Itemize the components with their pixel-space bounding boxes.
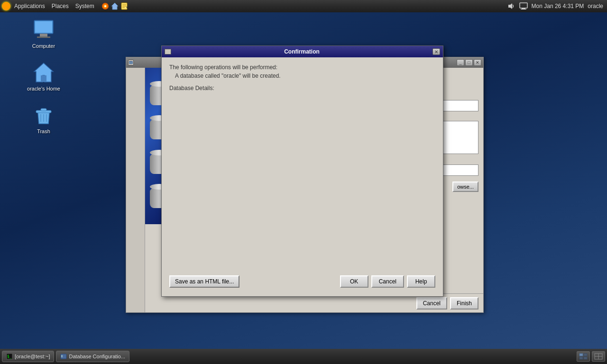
dialog-close-button[interactable]: ✕: [432, 48, 440, 55]
confirmation-dialog: Confirmation ✕ The following operations …: [161, 46, 443, 297]
svg-marker-9: [508, 3, 512, 9]
svg-rect-33: [584, 354, 587, 356]
home-icon[interactable]: [110, 2, 119, 10]
switch-btn-1[interactable]: [577, 351, 590, 362]
terminal-taskbar-btn[interactable]: $_ [oracle@test:~]: [2, 351, 54, 362]
bottom-taskbar: $_ [oracle@test:~] Database Configuratio…: [0, 349, 607, 364]
note-icon[interactable]: [120, 2, 129, 10]
svg-rect-32: [579, 354, 583, 356]
svg-rect-25: [129, 62, 130, 64]
svg-rect-18: [41, 75, 46, 82]
dialog-content-area: [169, 91, 435, 272]
svg-rect-34: [579, 357, 583, 359]
help-button[interactable]: Help: [407, 275, 435, 288]
svg-rect-26: [131, 62, 132, 63]
trash-icon: [32, 104, 55, 127]
firefox-icon[interactable]: [101, 2, 110, 10]
system-menu[interactable]: System: [73, 2, 97, 10]
switch-btn-2[interactable]: [592, 351, 605, 362]
browse-button[interactable]: owse...: [452, 182, 478, 192]
home-icon-label: oracle's Home: [27, 86, 60, 91]
svg-marker-3: [111, 3, 118, 9]
dialog-title-icons: [165, 49, 171, 55]
bg-finish-button[interactable]: Finish: [450, 297, 478, 309]
bg-window-minimize[interactable]: _: [457, 59, 464, 66]
cancel-button[interactable]: Cancel: [371, 275, 404, 288]
taskbar-bottom-right: [577, 351, 605, 362]
svg-rect-14: [35, 21, 52, 33]
bg-window-sidebar: [126, 68, 145, 312]
dialog-title-icon: [165, 49, 171, 55]
taskbar-right: Mon Jan 26 4:31 PM oracle: [503, 2, 607, 10]
bg-cancel-button[interactable]: Cancel: [416, 297, 447, 309]
db-config-taskbar-btn[interactable]: Database Configuratio...: [56, 351, 129, 362]
svg-rect-12: [521, 9, 526, 9]
svg-rect-20: [41, 109, 46, 111]
bg-window-icon: [128, 60, 134, 65]
datetime-label: Mon Jan 26 4:31 PM: [532, 3, 584, 9]
dialog-title: Confirmation: [284, 48, 320, 55]
svg-rect-10: [520, 3, 527, 8]
dialog-titlebar: Confirmation ✕: [162, 46, 443, 57]
svg-rect-31: [61, 355, 63, 357]
db-config-icon: [60, 353, 67, 360]
svg-rect-35: [584, 357, 587, 359]
applications-icon: [2, 2, 10, 10]
display-icon[interactable]: [519, 2, 528, 10]
trash-icon-label: Trash: [37, 128, 50, 134]
top-taskbar: Applications Places System: [0, 0, 607, 12]
computer-icon-label: Computer: [32, 43, 55, 49]
svg-text:$_: $_: [7, 355, 12, 359]
desktop-icon-computer[interactable]: Computer: [25, 17, 63, 51]
places-menu[interactable]: Places: [49, 2, 72, 10]
user-label: oracle: [588, 3, 603, 9]
desktop-icon-home[interactable]: oracle's Home: [25, 59, 63, 93]
dialog-footer-center: OK Cancel Help: [340, 275, 435, 288]
terminal-label: [oracle@test:~]: [15, 354, 50, 359]
svg-point-2: [104, 5, 106, 7]
db-config-label: Database Configuratio...: [69, 354, 125, 359]
bg-window-maximize[interactable]: □: [465, 59, 473, 66]
applications-menu[interactable]: Applications: [11, 2, 48, 10]
dialog-footer-left: Save as an HTML file...: [169, 275, 239, 288]
desktop-icon-trash[interactable]: Trash: [25, 102, 63, 136]
ok-button[interactable]: OK: [340, 275, 368, 288]
taskbar-menu: Applications Places System: [0, 2, 130, 10]
svg-rect-16: [37, 36, 50, 38]
svg-rect-27: [131, 63, 132, 64]
dialog-line2: A database called "oracle" will be creat…: [169, 73, 435, 79]
save-html-button[interactable]: Save as an HTML file...: [169, 275, 239, 288]
bg-window-close[interactable]: ✕: [474, 59, 481, 66]
home-folder-icon: [32, 61, 55, 84]
dialog-line1: The following operations will be perform…: [169, 64, 435, 71]
computer-icon: [32, 18, 55, 41]
svg-rect-15: [40, 34, 47, 36]
dialog-footer: Save as an HTML file... OK Cancel Help: [169, 272, 435, 290]
terminal-icon: $_: [6, 353, 13, 360]
dialog-body: The following operations will be perform…: [162, 57, 443, 296]
dialog-section: Database Details:: [169, 85, 435, 91]
speaker-icon[interactable]: [507, 2, 515, 10]
